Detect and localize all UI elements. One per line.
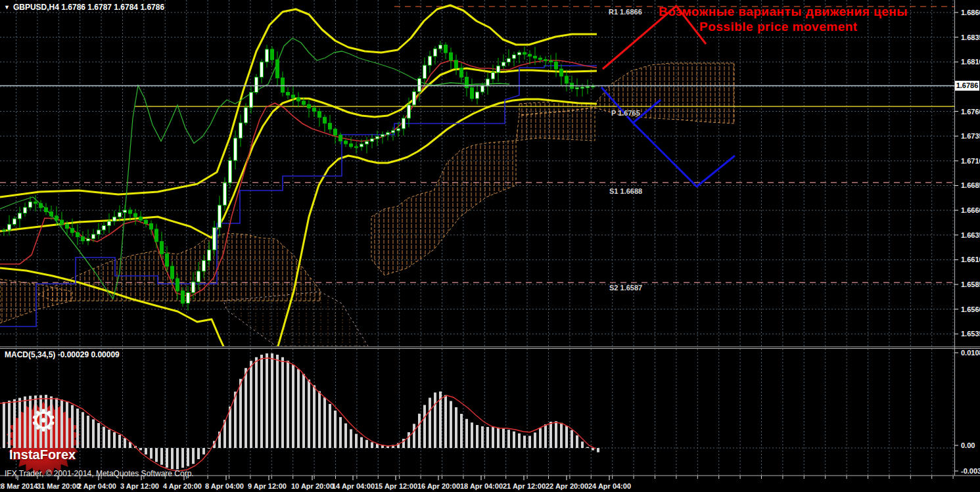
- macd-bar: [423, 405, 426, 449]
- candle-body: [365, 141, 369, 144]
- macd-bar: [323, 397, 326, 448]
- macd-bar: [486, 427, 489, 448]
- candle-body: [239, 123, 243, 138]
- macd-bar: [234, 391, 237, 448]
- macd-bar: [271, 353, 273, 448]
- macd-bar: [586, 447, 589, 449]
- candle-body: [408, 105, 411, 118]
- macd-bar: [139, 448, 142, 450]
- candle-body: [565, 76, 569, 83]
- date-tick-label: 16 Apr 20:00: [417, 482, 460, 490]
- price-tick-label: 1.6810: [961, 58, 980, 66]
- macd-bar: [171, 448, 174, 469]
- macd-bar: [455, 407, 457, 448]
- macd-bar: [497, 428, 500, 448]
- candle-body: [276, 60, 279, 78]
- macd-bar: [408, 432, 410, 448]
- candle-body: [476, 92, 479, 99]
- candle-body: [329, 123, 332, 129]
- candle-body: [392, 131, 395, 133]
- collapse-triangle-icon[interactable]: ▼: [4, 4, 10, 11]
- macd-bar: [334, 411, 337, 448]
- macd-bar: [565, 426, 568, 448]
- macd-bar: [82, 412, 84, 448]
- macd-bar: [429, 398, 431, 449]
- macd-bar: [539, 428, 542, 449]
- candle-body: [108, 221, 111, 226]
- candle-body: [581, 87, 584, 89]
- macd-bar: [176, 448, 179, 469]
- macd-bar: [3, 402, 5, 448]
- instaforex-logo-text: InstaForex: [9, 447, 76, 462]
- candle-body: [502, 62, 505, 66]
- macd-bar: [339, 417, 342, 448]
- macd-bar: [250, 361, 252, 448]
- macd-bar: [465, 419, 468, 448]
- candle-body: [376, 137, 379, 139]
- annotation-ru: Возможные варианты движения цены: [659, 5, 908, 19]
- macd-bar: [476, 425, 478, 448]
- chart-canvas[interactable]: ⚙1.68601.68351.68101.67601.67351.67101.6…: [0, 0, 980, 492]
- macd-bar: [13, 399, 16, 448]
- macd-bar: [255, 357, 258, 448]
- candle-body: [507, 58, 511, 62]
- candle-body: [176, 279, 179, 291]
- macd-bar: [208, 448, 210, 449]
- candle-body: [97, 230, 101, 235]
- candle-body: [313, 108, 316, 111]
- candle-body: [229, 160, 232, 183]
- candle-body: [450, 53, 453, 60]
- date-tick-label: 14 Apr 04:00: [332, 482, 375, 490]
- macd-bar: [302, 374, 305, 448]
- price-tick-label: 1.6610: [961, 256, 980, 263]
- candle-body: [287, 92, 290, 95]
- candle-body: [29, 202, 32, 208]
- macd-bar: [450, 401, 452, 449]
- price-tick-label: 1.6710: [961, 157, 980, 165]
- price-tick-label: 1.6585: [961, 280, 980, 288]
- candle-body: [302, 101, 306, 104]
- date-tick-label: 21 Apr 12:00: [503, 482, 546, 490]
- macd-bar: [549, 422, 552, 448]
- macd-bar: [460, 414, 463, 448]
- candle-body: [76, 233, 80, 236]
- chart-background: [0, 0, 980, 492]
- macd-bar: [76, 409, 79, 448]
- macd-bar: [202, 448, 205, 455]
- macd-bar: [287, 361, 289, 448]
- macd-bar: [60, 399, 63, 448]
- macd-bar: [71, 405, 74, 448]
- candle-body: [60, 220, 64, 224]
- date-tick-label: 31 Mar 20:00: [37, 482, 80, 490]
- candle-body: [103, 225, 106, 230]
- candle-body: [355, 146, 358, 148]
- macd-bar: [318, 391, 321, 449]
- level-label-s2: S2 1.6587: [609, 284, 642, 292]
- macd-bar: [344, 424, 347, 449]
- candle-body: [166, 254, 169, 266]
- macd-bar: [87, 416, 89, 448]
- candle-body: [145, 220, 148, 223]
- candle-body: [118, 213, 122, 217]
- macd-bar: [297, 369, 300, 448]
- macd-bar: [350, 430, 352, 449]
- macd-bar: [118, 435, 121, 448]
- candle-body: [455, 60, 458, 68]
- candle-body: [18, 213, 22, 219]
- candle-body: [255, 77, 258, 92]
- candle-body: [245, 108, 248, 123]
- candle-body: [339, 135, 342, 141]
- candle-body: [513, 55, 516, 58]
- macd-bar: [528, 436, 531, 449]
- candle-body: [50, 212, 53, 215]
- candle-body: [318, 112, 321, 118]
- date-tick-label: 2 Apr 04:00: [78, 482, 116, 490]
- candle-body: [208, 250, 211, 260]
- macd-bar: [576, 436, 578, 448]
- level-label-s1: S1 1.6688: [609, 187, 642, 195]
- price-tick-label: 1.6635: [961, 231, 980, 239]
- candle-body: [92, 235, 95, 239]
- macd-bar: [555, 421, 557, 448]
- macd-bar: [560, 423, 563, 448]
- price-tick-label: 1.6835: [961, 34, 980, 41]
